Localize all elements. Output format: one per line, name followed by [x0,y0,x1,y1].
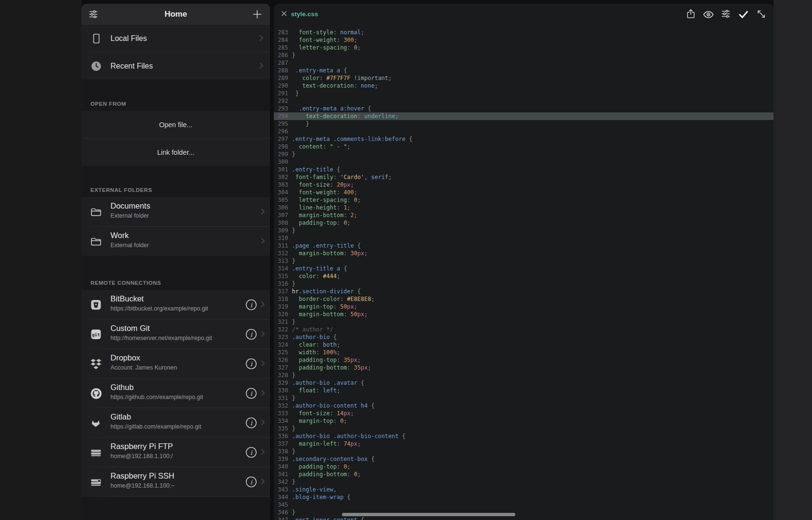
code-line[interactable]: 341 padding-bottom: 0; [274,470,773,478]
code-line[interactable]: 317hr.section-divider { [274,288,773,295]
code-line[interactable]: 337 margin-left: 74px; [274,440,773,448]
add-button[interactable] [251,9,263,21]
info-button[interactable]: i [245,328,258,340]
info-button[interactable]: i [245,475,258,488]
share-button[interactable] [685,9,696,20]
expand-button[interactable] [755,9,767,20]
sidebar-item-dropbox[interactable]: Dropbox Account: James Kuronen i [81,349,270,378]
code-line[interactable]: 300 [274,158,773,166]
code-line[interactable]: 295 } [274,120,773,128]
code-line[interactable]: 340 padding-top: 0; [274,463,773,470]
info-button[interactable]: i [245,357,258,370]
code-line[interactable]: 299} [274,150,773,158]
code-line[interactable]: 318 border-color: #E8E8E8; [274,295,773,303]
item-title: Raspberry Pi SSH [110,471,174,480]
code-line[interactable]: 330 float: left; [274,387,773,394]
code-line[interactable]: 316} [274,280,773,288]
code-line[interactable]: 297.entry-meta .comments-link:before { [274,135,773,143]
sidebar-item-gitlab[interactable]: Gitlab https://gitlab.com/example/repo.g… [81,408,270,437]
code-line[interactable]: 327 padding-bottom: 35px; [274,364,773,371]
info-button[interactable]: i [245,298,258,311]
code-line[interactable]: 285 letter-spacing: 0; [274,44,773,51]
preview-button[interactable] [702,9,714,20]
code-line[interactable]: 293 .entry-meta a:hover { [274,105,773,112]
code-line[interactable]: 315 color: #444; [274,272,773,280]
save-button[interactable] [738,9,749,20]
code-line[interactable]: 309} [274,227,773,234]
code-line[interactable]: 326 padding-top: 35px; [274,356,773,364]
code-line[interactable]: 333 font-size: 14px; [274,410,773,417]
sidebar-item-work[interactable]: Work External folder [81,227,270,256]
sidebar-item-raspberry-pi-ssh[interactable]: Raspberry Pi SSH home@192.168.1.100:~ i [81,467,270,496]
sidebar-action-link-folder-[interactable]: Link folder... [81,139,270,166]
code-line[interactable]: 331} [274,394,773,402]
horizontal-scrollbar[interactable] [342,513,515,516]
code-line[interactable]: 314.entry-title a { [274,265,773,272]
code-line[interactable]: 306 line-height: 1; [274,204,773,211]
sidebar-item-recent-files[interactable]: Recent Files [81,52,270,80]
code-area[interactable]: 283 font-style: normal;284 font-weight: … [274,25,773,520]
code-line[interactable]: 321} [274,318,773,326]
sidebar-item-raspberry-pi-ftp[interactable]: Raspberry Pi FTP home@192.168.1.100:/ i [81,438,270,467]
code-line[interactable]: 289 color: #7F7F7F !important; [274,74,773,82]
code-line[interactable]: 307 margin-bottom: 2; [274,211,773,219]
code-line[interactable]: 319 margin-top: 50px; [274,303,773,310]
code-line[interactable]: 303 font-size: 20px; [274,181,773,189]
code-line[interactable]: 313} [274,257,773,265]
code-line[interactable]: 311.page .entry-title { [274,242,773,250]
code-line[interactable]: 292 [274,97,773,105]
code-line[interactable]: 310 [274,234,773,242]
code-line[interactable]: 323.author-bio { [274,333,773,341]
sidebar-item-local-files[interactable]: Local Files [81,25,270,52]
code-line[interactable]: 296 [274,128,773,135]
code-line[interactable]: 305 letter-spacing: 0; [274,196,773,204]
code-line[interactable]: 322/* author */ [274,326,773,333]
git-icon: git [90,328,102,340]
item-subtitle: home@192.168.1.100:/ [110,453,173,460]
code-line[interactable]: 290 text-decoration: none; [274,82,773,90]
code-line[interactable]: 286} [274,51,773,59]
code-line[interactable]: 312 margin-bottom: 30px; [274,250,773,257]
sidebar-item-documents[interactable]: Documents External folder [81,197,270,226]
tab-title[interactable]: style.css [291,4,318,25]
line-number: 319 [274,303,292,310]
code-line[interactable]: 283 font-style: normal; [274,29,773,36]
info-button[interactable]: i [245,416,258,429]
code-line[interactable]: 324 clear: both; [274,341,773,349]
close-tab-button[interactable] [279,9,289,20]
info-button[interactable]: i [245,446,258,459]
sidebar-action-open-file-[interactable]: Open file... [81,111,270,138]
code-line[interactable]: 288 .entry-meta a { [274,67,773,74]
code-line[interactable]: 345 [274,501,773,509]
code-line[interactable]: 325 width: 100%; [274,349,773,356]
code-line[interactable]: 347.post-inner-content { [274,516,773,520]
code-line[interactable]: 335} [274,425,773,432]
line-number: 313 [274,257,292,265]
code-line[interactable]: 320 margin-bottom: 50px; [274,310,773,318]
code-line[interactable]: 328} [274,371,773,379]
code-line[interactable]: 294 text-decoration: underline; [274,112,773,120]
code-line[interactable]: 329.author-bio .avatar { [274,379,773,387]
code-line[interactable]: 287 [274,59,773,67]
sidebar-item-bitbucket[interactable]: BitBucket https://bitbucket.org/example/… [81,290,270,319]
code-line[interactable]: 336.author-bio .author-bio-content { [274,432,773,440]
line-number: 345 [274,501,292,509]
code-line[interactable]: 304 font-weight: 400; [274,189,773,196]
code-line[interactable]: 339.secondary-content-box { [274,455,773,463]
info-button[interactable]: i [245,387,258,400]
code-line[interactable]: 338} [274,448,773,455]
code-line[interactable]: 302 font-family: 'Cardo', serif; [274,173,773,181]
code-line[interactable]: 343.single-view, [274,486,773,493]
code-line[interactable]: 342} [274,478,773,486]
sidebar-item-github[interactable]: Github https://github.com/example/repo.g… [81,379,270,408]
sidebar-item-custom-git[interactable]: git Custom Git http://homeserver.net/exa… [81,320,270,349]
code-line[interactable]: 291 } [274,90,773,97]
code-line[interactable]: 284 font-weight: 300; [274,36,773,44]
code-line[interactable]: 298 content: " - "; [274,143,773,150]
code-line[interactable]: 301.entry-title { [274,166,773,173]
code-line[interactable]: 308 padding-top: 0; [274,219,773,227]
editor-settings-button[interactable] [720,9,732,20]
code-line[interactable]: 332.author-bio-content h4 { [274,402,773,410]
code-line[interactable]: 344.blog-item-wrap { [274,493,773,501]
code-line[interactable]: 334 margin-top: 0; [274,417,773,425]
